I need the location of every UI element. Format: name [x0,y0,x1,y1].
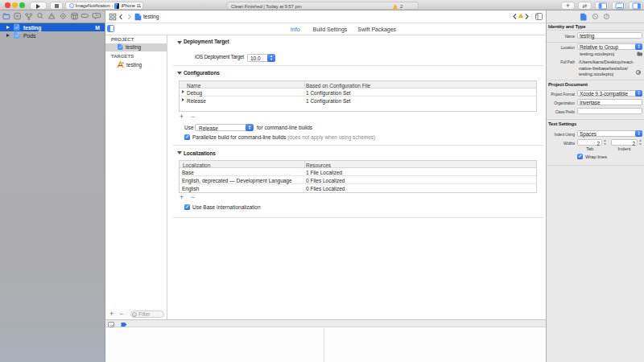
svg-text:testing: testing [143,14,159,20]
